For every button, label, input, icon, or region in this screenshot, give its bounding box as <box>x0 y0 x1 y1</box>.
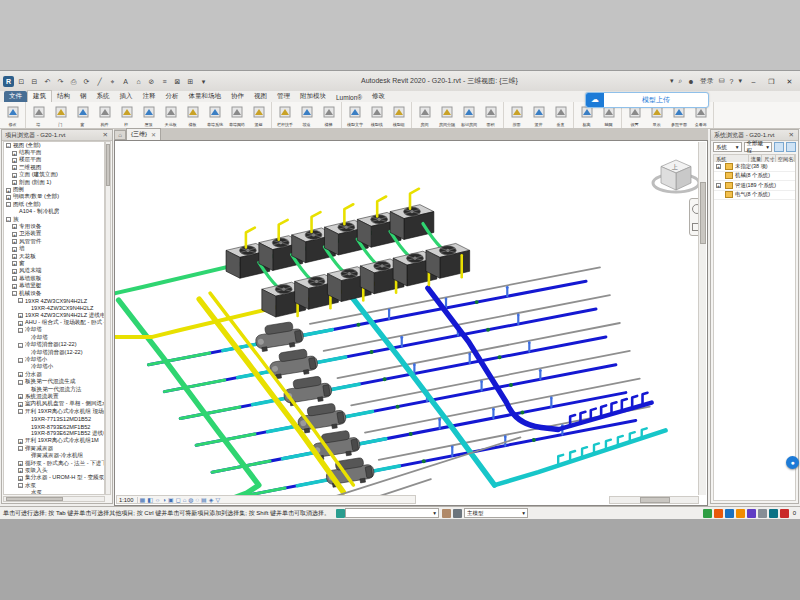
ribbon-tab-附加模块[interactable]: 附加模块 <box>295 91 331 102</box>
tree-item[interactable]: 水泵 <box>4 489 104 495</box>
ribbon-button-垂直[interactable]: 垂直 <box>550 103 571 128</box>
expand-icon[interactable]: + <box>18 394 23 399</box>
ribbon-tab-注释[interactable]: 注释 <box>138 91 161 102</box>
ribbon-button-幕墙网格[interactable]: 幕墙网格 <box>226 103 247 128</box>
home-icon[interactable]: ⌂ <box>114 130 126 140</box>
ribbon-button-幕墙系统[interactable]: 幕墙系统 <box>204 103 225 128</box>
select-underlay-elements-icon[interactable] <box>714 509 723 518</box>
model-upload-button[interactable]: ☁ 模型上传 <box>585 92 709 108</box>
ribbon-button-窗[interactable]: 窗 <box>72 103 93 128</box>
select-elements-by-face-icon[interactable] <box>736 509 745 518</box>
drawing-area[interactable]: 上 1:100 ▦◧☼◑▣◻⌂◍◌▤◈▽ <box>114 140 708 506</box>
expand-icon[interactable]: + <box>18 476 23 481</box>
filter-icon[interactable] <box>780 509 789 518</box>
expand-icon[interactable]: + <box>18 372 23 377</box>
filter-count[interactable]: 0 <box>793 510 800 516</box>
thin-lines-icon[interactable]: ≡ <box>159 76 170 87</box>
sun-path-icon[interactable]: ☼ <box>155 496 161 504</box>
print-icon[interactable]: ⎙ <box>68 76 79 87</box>
ribbon-tab-系统[interactable]: 系统 <box>92 91 115 102</box>
ribbon-tab-文件[interactable]: 文件 <box>4 91 27 102</box>
ribbon-button-房间[interactable]: 房间 <box>414 103 435 128</box>
ribbon-tab-建筑[interactable]: 建筑 <box>27 90 52 102</box>
expand-icon[interactable]: + <box>12 173 17 178</box>
design-option-dropdown[interactable]: 主模型▾ <box>464 508 528 518</box>
expand-icon[interactable]: + <box>12 269 17 274</box>
system-row[interactable]: 电气(8 个系统) <box>714 191 795 201</box>
ribbon-tab-修改[interactable]: 修改 <box>367 91 390 102</box>
project-browser-hscroll[interactable] <box>3 496 105 502</box>
ribbon-tab-协作[interactable]: 协作 <box>226 91 249 102</box>
help-icon[interactable]: ? <box>730 78 734 85</box>
project-browser-tree[interactable]: −视图 (全部)+结构平面+楼层平面+三维视图+立面 (建筑立面)+剖面 (剖面… <box>3 141 105 495</box>
collapse-icon[interactable]: − <box>18 446 23 451</box>
expand-icon[interactable]: + <box>18 468 23 473</box>
view-control-bar[interactable]: 1:100 ▦◧☼◑▣◻⌂◍◌▤◈▽ <box>116 495 416 504</box>
collapse-icon[interactable]: − <box>12 291 17 296</box>
collapse-icon[interactable]: − <box>18 358 23 363</box>
tree-item[interactable]: 19XR-7713S12MD1B52 <box>4 415 104 422</box>
pipe-branches[interactable] <box>148 267 649 499</box>
temporary-view-properties-icon[interactable]: ▤ <box>201 496 207 504</box>
ribbon-tab-插入[interactable]: 插入 <box>115 91 138 102</box>
expand-icon[interactable]: + <box>12 224 17 229</box>
close-button[interactable]: ✕ <box>783 76 796 87</box>
open-icon[interactable]: ⊡ <box>16 76 27 87</box>
ribbon-button-竖井[interactable]: 竖井 <box>528 103 549 128</box>
ribbon-button-模型线[interactable]: 模型线 <box>366 103 387 128</box>
collapse-icon[interactable]: − <box>6 217 11 222</box>
expand-icon[interactable]: + <box>12 151 17 156</box>
customize-icon[interactable]: ▾ <box>198 76 209 87</box>
worksets-icon[interactable] <box>336 509 345 518</box>
expand-icon[interactable]: + <box>12 180 17 185</box>
expand-icon[interactable]: + <box>18 439 23 444</box>
ribbon-button-栏杆扶手[interactable]: 栏杆扶手 <box>274 103 295 128</box>
app-menu-icon[interactable]: R <box>3 76 14 87</box>
tree-item[interactable]: +集分水器 - UROM-H 型 - 变频泵 - 106-175-Ch <box>4 475 104 482</box>
collapse-icon[interactable]: − <box>18 343 23 348</box>
collapse-icon[interactable]: − <box>18 409 23 414</box>
help-caret-icon[interactable]: ▾ <box>738 77 742 85</box>
tree-item[interactable]: −19XR 4ZW3CX9N4H2LZ <box>4 297 104 304</box>
ribbon-button-竖梃[interactable]: 竖梃 <box>248 103 269 128</box>
expand-icon[interactable]: + <box>12 254 17 259</box>
tree-item[interactable]: −机械设备 <box>4 290 104 297</box>
expand-icon[interactable]: + <box>12 232 17 237</box>
aligned-dimension-icon[interactable]: ⌖ <box>107 76 118 87</box>
autofit-columns-icon[interactable] <box>774 142 784 152</box>
search-caret-icon[interactable]: ▾ <box>670 77 674 85</box>
design-options-icon[interactable] <box>453 509 462 518</box>
section-icon[interactable]: ⊘ <box>146 76 157 87</box>
discipline-filter-dropdown[interactable]: 全部规程▾ <box>744 142 773 152</box>
expand-icon[interactable]: + <box>12 284 17 289</box>
minimize-button[interactable]: – <box>747 76 760 87</box>
select-links-icon[interactable] <box>703 509 712 518</box>
assistant-floating-button[interactable]: ● <box>786 456 799 469</box>
3d-view-icon[interactable]: ⌂ <box>133 76 144 87</box>
tree-item[interactable]: −开利 19XR离心式冷水机组 现场组装 <box>4 408 104 415</box>
scale-button[interactable]: 1:100 <box>119 497 138 503</box>
expand-icon[interactable]: + <box>12 276 17 281</box>
expand-icon[interactable]: + <box>18 313 23 318</box>
system-row[interactable]: 机械(8 个系统) <box>714 172 795 182</box>
ribbon-button-墙[interactable]: 墙 <box>28 103 49 128</box>
collapse-icon[interactable]: − <box>18 483 23 488</box>
sync-icon[interactable]: ⟳ <box>81 76 92 87</box>
ribbon-tab-管理[interactable]: 管理 <box>272 91 295 102</box>
ribbon-button-柱[interactable]: 柱 <box>116 103 137 128</box>
system-browser-rows[interactable]: +未指定(38 项)机械(8 个系统)+管道(189 个系统)电气(8 个系统) <box>713 162 796 501</box>
ribbon-button-屋顶[interactable]: 屋顶 <box>138 103 159 128</box>
system-filter-dropdown[interactable]: 系统▾ <box>713 142 742 152</box>
editing-requests-icon[interactable] <box>442 509 451 518</box>
redo-icon[interactable]: ↷ <box>55 76 66 87</box>
expand-icon[interactable]: + <box>12 158 17 163</box>
ribbon-tab-分析[interactable]: 分析 <box>161 91 184 102</box>
tree-item[interactable]: A104 - 制冷机房 <box>4 209 104 216</box>
ribbon-button-面积[interactable]: 面积 <box>480 103 501 128</box>
detail-level-icon[interactable]: ▦ <box>140 496 146 504</box>
expand-icon[interactable]: + <box>716 183 721 188</box>
expand-icon[interactable]: + <box>18 461 23 466</box>
ribbon-tab-体量和场地[interactable]: 体量和场地 <box>184 91 227 102</box>
column-settings-icon[interactable] <box>786 142 796 152</box>
workset-dropdown[interactable]: ▾ <box>345 508 439 518</box>
